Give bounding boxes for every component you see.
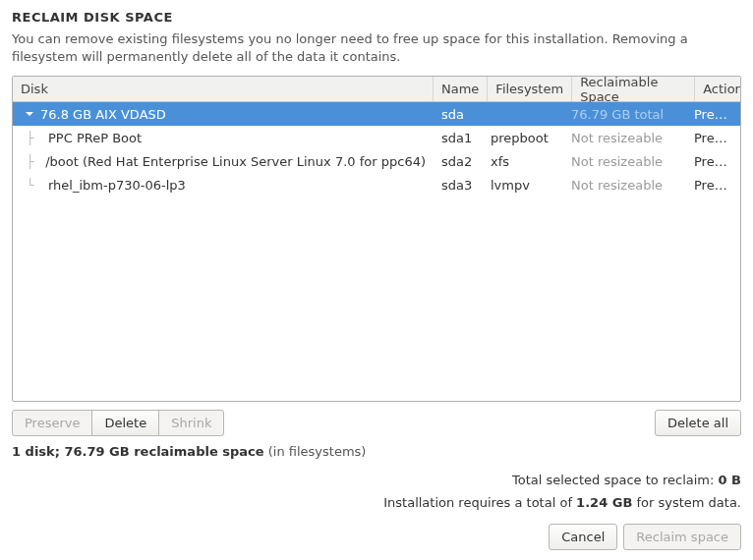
delete-all-button[interactable]: Delete all bbox=[655, 410, 741, 436]
cell-reclaimable: Not resizeable bbox=[563, 178, 686, 193]
cell-reclaimable: 76.79 GB total bbox=[563, 107, 686, 122]
cell-action: Preserve bbox=[686, 154, 740, 169]
shrink-button[interactable]: Shrink bbox=[158, 410, 224, 436]
dialog-footer: Cancel Reclaim space bbox=[12, 524, 741, 550]
col-header-reclaimable[interactable]: Reclaimable Space bbox=[572, 77, 695, 101]
col-header-disk[interactable]: Disk bbox=[13, 77, 434, 101]
dialog-title: RECLAIM DISK SPACE bbox=[12, 10, 741, 25]
cell-name: sda1 bbox=[434, 131, 483, 145]
tree-glyph: ├ bbox=[21, 131, 44, 145]
cell-action: Preserve bbox=[686, 107, 740, 122]
action-bar: Preserve Delete Shrink Delete all bbox=[12, 410, 741, 436]
cell-reclaimable: Not resizeable bbox=[563, 131, 686, 145]
disk-label: 76.8 GB AIX VDASD bbox=[40, 107, 166, 122]
cell-disk: └ rhel_ibm-p730-06-lp3 bbox=[13, 178, 434, 193]
preserve-button[interactable]: Preserve bbox=[12, 410, 92, 436]
col-header-filesystem[interactable]: Filesystem bbox=[488, 77, 572, 101]
cell-disk: 76.8 GB AIX VDASD bbox=[13, 107, 434, 122]
disk-label: PPC PReP Boot bbox=[48, 131, 142, 145]
install-suffix: for system data. bbox=[636, 495, 741, 510]
table-header: Disk Name Filesystem Reclaimable Space A… bbox=[13, 77, 740, 102]
cell-reclaimable: Not resizeable bbox=[563, 154, 686, 169]
reclaim-dialog: RECLAIM DISK SPACE You can remove existi… bbox=[0, 0, 753, 560]
install-value: 1.24 GB bbox=[576, 495, 632, 510]
row-action-buttons: Preserve Delete Shrink bbox=[12, 410, 224, 436]
tree-glyph: ├ bbox=[21, 154, 41, 169]
reclaim-space-button[interactable]: Reclaim space bbox=[623, 524, 741, 550]
expander-icon[interactable] bbox=[23, 107, 36, 121]
cell-filesystem: lvmpv bbox=[483, 178, 563, 193]
total-reclaim-line: Total selected space to reclaim: 0 B bbox=[12, 473, 741, 487]
table-body: 76.8 GB AIX VDASDsda76.79 GB totalPreser… bbox=[13, 102, 740, 401]
summary-bold: 1 disk; 76.79 GB reclaimable space bbox=[12, 444, 264, 459]
disk-table: Disk Name Filesystem Reclaimable Space A… bbox=[12, 76, 741, 402]
cell-disk: ├ PPC PReP Boot bbox=[13, 131, 434, 145]
table-row[interactable]: └ rhel_ibm-p730-06-lp3sda3lvmpvNot resiz… bbox=[13, 173, 740, 196]
delete-button[interactable]: Delete bbox=[91, 410, 159, 436]
total-reclaim-value: 0 B bbox=[719, 473, 741, 487]
tree-glyph: └ bbox=[21, 178, 44, 193]
summary-suffix: (in filesystems) bbox=[268, 444, 367, 459]
cell-name: sda bbox=[434, 107, 483, 122]
cell-action: Preserve bbox=[686, 178, 740, 193]
cell-name: sda3 bbox=[434, 178, 483, 193]
cell-filesystem: prepboot bbox=[483, 131, 563, 145]
table-row[interactable]: ├ PPC PReP Bootsda1prepbootNot resizeabl… bbox=[13, 126, 740, 149]
col-header-name[interactable]: Name bbox=[434, 77, 488, 101]
install-requires-line: Installation requires a total of 1.24 GB… bbox=[12, 495, 741, 510]
disk-label: rhel_ibm-p730-06-lp3 bbox=[48, 178, 186, 193]
col-header-action[interactable]: Action bbox=[695, 77, 741, 101]
table-row[interactable]: ├ /boot (Red Hat Enterprise Linux Server… bbox=[13, 149, 740, 173]
total-reclaim-label: Total selected space to reclaim: bbox=[512, 473, 714, 487]
cell-filesystem: xfs bbox=[483, 154, 563, 169]
disk-label: /boot (Red Hat Enterprise Linux Server L… bbox=[45, 154, 426, 169]
cancel-button[interactable]: Cancel bbox=[549, 524, 617, 550]
reclaimable-summary: 1 disk; 76.79 GB reclaimable space (in f… bbox=[12, 444, 741, 459]
cell-disk: ├ /boot (Red Hat Enterprise Linux Server… bbox=[13, 154, 434, 169]
cell-action: Preserve bbox=[686, 131, 740, 145]
install-prefix: Installation requires a total of bbox=[383, 495, 572, 510]
cell-name: sda2 bbox=[434, 154, 483, 169]
table-row[interactable]: 76.8 GB AIX VDASDsda76.79 GB totalPreser… bbox=[13, 102, 740, 126]
dialog-description: You can remove existing filesystems you … bbox=[12, 30, 741, 66]
